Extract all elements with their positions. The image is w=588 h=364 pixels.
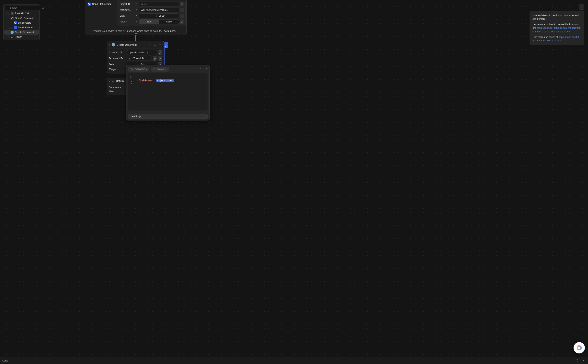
await-true-option[interactable]: True: [139, 20, 159, 24]
buildship-icon: [112, 43, 115, 46]
tree-item-get-contacts[interactable]: ⋮⋮ get contacts: [4, 20, 39, 25]
tree-item-label: get contacts: [18, 21, 31, 24]
data-editor-button[interactable]: { } Editor: [139, 13, 179, 18]
edit-button[interactable]: [158, 56, 162, 60]
node-connector: [135, 34, 136, 41]
svg-point-19: [159, 45, 160, 45]
project-id-input[interactable]: Value: [139, 2, 179, 6]
sub-node-send-static-email[interactable]: Send Static email: [87, 2, 115, 6]
code-editor-popup: (x) Variables ▾ Secrets ▾ 1⌄ 2 3 { "fiel…: [126, 65, 210, 120]
chevron-down-icon[interactable]: ▾: [37, 17, 38, 19]
variable-icon: (x): [130, 68, 134, 71]
secrets-button[interactable]: Secrets ▾: [151, 67, 169, 72]
prop-label-workflow: Workflow…: [119, 9, 133, 11]
return-icon: [11, 35, 14, 39]
fullscreen-button[interactable]: [204, 67, 208, 71]
ai-suggest-button[interactable]: [134, 8, 138, 12]
prop-label-collection: Collection N…: [109, 51, 126, 54]
drag-handle-icon[interactable]: ⋮⋮: [6, 13, 9, 15]
tree-item-label: Send Static e…: [18, 26, 35, 29]
run-button[interactable]: [147, 43, 152, 47]
ai-suggest-button[interactable]: [134, 2, 138, 6]
ai-wand-badge[interactable]: [165, 42, 168, 45]
delete-button[interactable]: [153, 56, 157, 60]
tree-item-send-static-email[interactable]: ⋮⋮ Send Static e…: [4, 25, 39, 30]
node-title: Create Document: [117, 43, 146, 46]
chevron-down-icon: ▾: [146, 68, 147, 70]
openai-icon: [11, 17, 14, 20]
ai-suggest-button[interactable]: [134, 14, 138, 18]
prop-label-await: Await?: [119, 20, 133, 23]
chevron-down-icon[interactable]: ▾: [109, 80, 110, 82]
drag-handle-icon[interactable]: ⋮⋮: [6, 31, 9, 33]
document-id-input[interactable]: (x) Thread ID: [127, 56, 152, 61]
variables-button[interactable]: (x) Variables ▾: [128, 67, 149, 72]
collection-name-input[interactable]: openai-chathistory: [127, 50, 157, 55]
edit-button[interactable]: [158, 50, 162, 55]
tree-item-openai-assistant[interactable]: ⋮⋮ OpenAI Assistant ▾: [4, 16, 39, 20]
braces-icon: { }: [153, 14, 158, 17]
more-button[interactable]: [159, 43, 162, 47]
workflow-input[interactable]: WoFKj9WZw0x0cWThaj…: [139, 8, 179, 12]
prop-label-data: Data: [119, 14, 133, 17]
buildship-icon: [11, 31, 14, 34]
ai-wand-button[interactable]: [198, 67, 202, 71]
docs-link[interactable]: https://docs.buildship.com/ai-models/ass…: [533, 26, 581, 33]
collapse-tree-button[interactable]: [42, 6, 45, 10]
code-content[interactable]: { "fieldName": (x)Messages }: [134, 75, 208, 109]
help-fab-button[interactable]: [574, 342, 585, 353]
await-false-option[interactable]: False: [159, 20, 179, 24]
code-button[interactable]: [153, 43, 157, 47]
tree-item-rest-api[interactable]: ⋮⋮ Rest API Call: [4, 11, 39, 16]
edit-button[interactable]: [180, 8, 184, 12]
workflow-icon: [87, 3, 91, 6]
prop-label-status-code: Status code: [109, 86, 121, 89]
svg-point-21: [161, 45, 161, 45]
svg-rect-9: [15, 28, 16, 28]
search-input[interactable]: [4, 5, 41, 10]
ai-suggest-button[interactable]: [134, 20, 138, 23]
close-button[interactable]: [579, 4, 584, 10]
tree-item-label: Rest API Call: [15, 12, 29, 15]
prop-label-project-id: Project ID: [119, 3, 133, 6]
buildship-icon: [577, 345, 582, 350]
chevron-down-icon: ▾: [142, 115, 143, 117]
edit-button[interactable]: [180, 14, 184, 18]
line-gutter: 1⌄ 2 3: [128, 75, 134, 109]
tree-item-label: Create Document: [15, 31, 34, 34]
svg-rect-10: [88, 3, 89, 4]
edit-button[interactable]: [180, 20, 184, 24]
info-text: Use Assistants to read your databases an…: [533, 14, 581, 21]
language-select[interactable]: JavaScript ▾: [128, 114, 208, 119]
drag-handle-icon[interactable]: ⋮⋮: [9, 26, 13, 29]
svg-rect-8: [14, 27, 15, 27]
drag-handle-icon[interactable]: ⋮⋮: [6, 36, 9, 38]
drag-handle-icon[interactable]: ⋮⋮: [6, 17, 9, 19]
chevron-down-icon[interactable]: ▾: [109, 44, 110, 46]
tree-item-return[interactable]: ⋮⋮ Return: [4, 35, 39, 39]
drag-handle-icon[interactable]: ⋮⋮: [9, 22, 13, 24]
node-tree-panel: ⋮⋮ Rest API Call ⋮⋮ OpenAI Assistant ▾ ⋮…: [3, 4, 40, 40]
canvas-background[interactable]: [0, 0, 588, 364]
svg-point-5: [12, 13, 13, 14]
info-badge[interactable]: [165, 45, 168, 48]
fullscreen-button[interactable]: [575, 358, 579, 363]
info-panel: Use Assistants to read your databases an…: [529, 4, 584, 45]
logs-title: Logs: [2, 359, 572, 362]
variable-token[interactable]: (x)Messages: [156, 79, 174, 82]
svg-rect-11: [89, 4, 90, 5]
svg-marker-18: [149, 44, 150, 46]
svg-rect-6: [14, 22, 15, 23]
prop-label-data: Data: [109, 63, 126, 66]
logs-bar: Logs: [0, 357, 588, 364]
workflow-icon: [14, 21, 17, 24]
gear-icon: [11, 12, 14, 15]
prop-label-merge: Merge: [109, 68, 126, 71]
tree-item-create-document[interactable]: ⋮⋮ Create Document: [4, 30, 39, 35]
expand-logs-button[interactable]: [581, 358, 586, 363]
code-editor[interactable]: 1⌄ 2 3 { "fieldName": (x)Messages }: [128, 73, 208, 110]
tree-item-label: Return: [15, 36, 22, 38]
learn-more-link[interactable]: Learn more.: [163, 30, 176, 32]
edit-button[interactable]: [180, 2, 184, 6]
tree-item-label: OpenAI Assistant: [15, 17, 35, 20]
